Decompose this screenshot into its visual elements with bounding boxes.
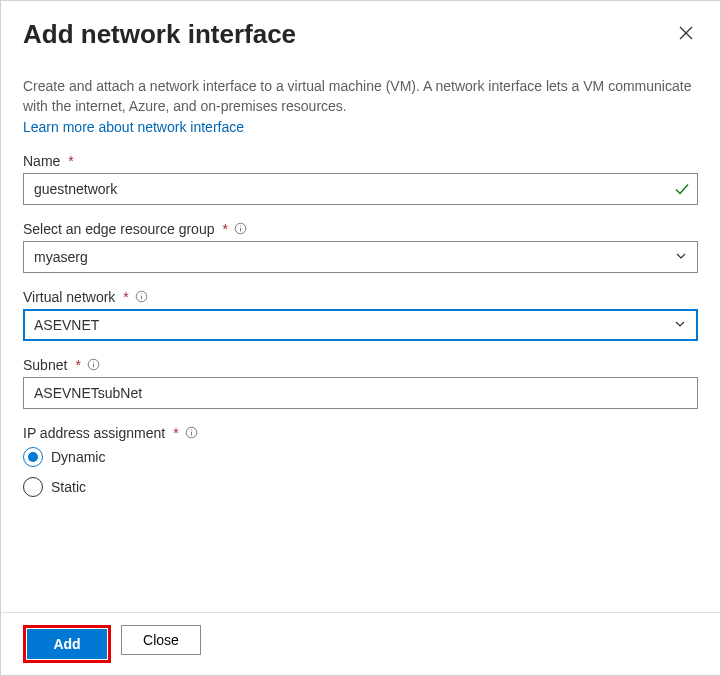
label-ip-assignment: IP address assignment*	[23, 425, 698, 441]
label-virtual-network: Virtual network*	[23, 289, 698, 305]
field-subnet: Subnet*	[23, 357, 698, 409]
select-value: ASEVNET	[34, 317, 99, 333]
label-name: Name*	[23, 153, 698, 169]
field-resource-group: Select an edge resource group* myaserg	[23, 221, 698, 273]
label-text: Select an edge resource group	[23, 221, 214, 237]
label-resource-group: Select an edge resource group*	[23, 221, 698, 237]
close-button[interactable]: Close	[121, 625, 201, 655]
virtual-network-select[interactable]: ASEVNET	[23, 309, 698, 341]
required-asterisk: *	[75, 357, 80, 373]
select-value: myaserg	[34, 249, 88, 265]
label-text: IP address assignment	[23, 425, 165, 441]
radio-static[interactable]: Static	[23, 477, 698, 497]
close-icon[interactable]	[678, 25, 698, 45]
chevron-down-icon	[675, 250, 689, 264]
label-text: Name	[23, 153, 60, 169]
label-subnet: Subnet*	[23, 357, 698, 373]
radio-circle-icon	[23, 477, 43, 497]
radio-label: Static	[51, 479, 86, 495]
intro-description: Create and attach a network interface to…	[23, 76, 698, 117]
label-text: Virtual network	[23, 289, 115, 305]
required-asterisk: *	[68, 153, 73, 169]
add-button-highlight: Add	[23, 625, 111, 663]
panel-header: Add network interface	[1, 1, 720, 50]
required-asterisk: *	[123, 289, 128, 305]
resource-group-select[interactable]: myaserg	[23, 241, 698, 273]
add-network-interface-panel: Add network interface Create and attach …	[0, 0, 721, 676]
field-ip-assignment: IP address assignment* Dynamic Static	[23, 425, 698, 497]
label-text: Subnet	[23, 357, 67, 373]
subnet-input[interactable]	[23, 377, 698, 409]
svg-point-10	[93, 361, 94, 362]
required-asterisk: *	[173, 425, 178, 441]
learn-more-link[interactable]: Learn more about network interface	[23, 119, 244, 135]
info-icon[interactable]	[234, 222, 248, 236]
panel-body: Create and attach a network interface to…	[1, 50, 720, 612]
field-name: Name*	[23, 153, 698, 205]
radio-label: Dynamic	[51, 449, 105, 465]
checkmark-icon	[674, 181, 690, 197]
info-icon[interactable]	[87, 358, 101, 372]
name-input[interactable]	[23, 173, 698, 205]
radio-circle-icon	[23, 447, 43, 467]
svg-point-4	[240, 225, 241, 226]
panel-footer: Add Close	[1, 612, 720, 675]
radio-dynamic[interactable]: Dynamic	[23, 447, 698, 467]
required-asterisk: *	[222, 221, 227, 237]
info-icon[interactable]	[135, 290, 149, 304]
add-button[interactable]: Add	[27, 629, 107, 659]
panel-title: Add network interface	[23, 19, 296, 50]
field-virtual-network: Virtual network* ASEVNET	[23, 289, 698, 341]
svg-point-7	[141, 293, 142, 294]
chevron-down-icon	[674, 318, 688, 332]
svg-point-13	[191, 429, 192, 430]
ip-assignment-radio-group: Dynamic Static	[23, 447, 698, 497]
info-icon[interactable]	[185, 426, 199, 440]
